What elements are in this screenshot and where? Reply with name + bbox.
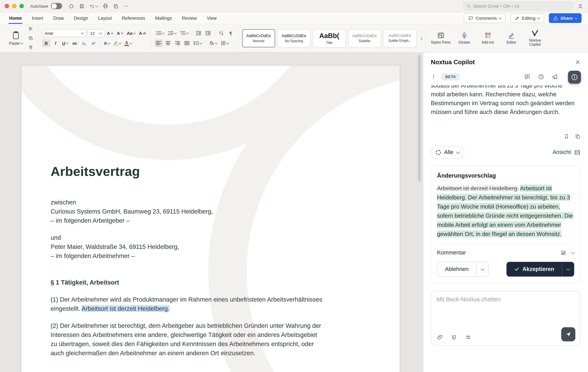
tab-insert[interactable]: Insert <box>27 12 48 24</box>
document-canvas[interactable]: Arbeitsvertrag zwischen Curiosus Systems… <box>0 53 423 372</box>
zoom-window-button[interactable] <box>20 4 24 8</box>
clipboard-icon <box>12 31 20 40</box>
underline-chevron <box>66 41 69 44</box>
decrease-indent-button[interactable] <box>194 29 203 37</box>
paste-button[interactable]: Paste <box>8 26 24 50</box>
reject-options-button[interactable] <box>476 262 489 277</box>
copy-button[interactable] <box>113 3 118 9</box>
search-box[interactable] <box>463 2 573 10</box>
align-left-button[interactable] <box>154 39 163 47</box>
close-panel-button[interactable] <box>575 59 580 65</box>
align-center-button[interactable] <box>164 39 172 47</box>
accept-options-button[interactable] <box>562 262 574 277</box>
undo-button[interactable] <box>89 3 98 9</box>
editing-mode-button[interactable]: Editing <box>510 13 544 23</box>
tab-review[interactable]: Review <box>177 12 202 24</box>
overflow-menu-button[interactable] <box>431 74 436 79</box>
format-painter-button[interactable] <box>26 44 35 52</box>
line-spacing-button[interactable] <box>192 39 203 47</box>
chat-input[interactable] <box>436 296 575 303</box>
show-paragraph-marks-button[interactable]: ¶ <box>226 29 235 37</box>
grow-font-button[interactable]: A <box>106 29 115 37</box>
copy-pages-icon <box>28 36 33 40</box>
multilevel-list-button[interactable] <box>178 29 189 37</box>
highlight-color-button[interactable] <box>112 39 122 47</box>
tab-draw[interactable]: Draw <box>48 12 69 24</box>
text-effects-button[interactable]: A <box>103 39 111 47</box>
send-button[interactable] <box>561 327 575 341</box>
editor-button[interactable]: Editor <box>500 32 523 45</box>
tab-layout[interactable]: Layout <box>93 12 117 24</box>
attach-file-button[interactable] <box>437 334 443 340</box>
justify-button[interactable] <box>183 39 191 47</box>
paragraph-group: ¶ <box>151 26 239 51</box>
style-title[interactable]: AaBb( Title <box>313 29 346 47</box>
subscript-button[interactable]: x₂ <box>80 39 88 47</box>
share-button[interactable]: Share <box>549 13 581 23</box>
tab-view[interactable]: View <box>202 12 222 24</box>
style-subtitle[interactable]: AaBbCcDdEe Subtitle <box>348 29 381 47</box>
bullets-button[interactable] <box>154 29 165 37</box>
change-case-button[interactable]: Aa <box>126 29 136 37</box>
minimize-window-button[interactable] <box>12 4 16 8</box>
save-button[interactable] <box>79 3 84 9</box>
tab-references[interactable]: References <box>117 12 150 24</box>
accept-button[interactable]: Akzeptieren <box>507 262 562 277</box>
bold-button[interactable]: B <box>42 39 50 47</box>
document-page[interactable]: Arbeitsvertrag zwischen Curiosus Systems… <box>21 66 400 372</box>
scissors-icon <box>28 26 33 31</box>
shading-button[interactable] <box>208 39 218 47</box>
filter-dropdown[interactable]: Alle <box>431 146 464 158</box>
font-name-combo[interactable]: Arial <box>42 29 86 37</box>
bookmark-button[interactable] <box>564 134 569 139</box>
numbering-button[interactable] <box>167 29 177 37</box>
strikethrough-button[interactable]: ab <box>71 39 79 47</box>
borders-button[interactable] <box>219 39 230 47</box>
library-button[interactable] <box>451 334 457 340</box>
search-input[interactable] <box>473 4 570 8</box>
scrollbar-thumb[interactable] <box>418 55 421 181</box>
tab-mailings[interactable]: Mailings <box>150 12 177 24</box>
noxtua-copilot-ribbon-button[interactable]: Noxtua Copilot <box>523 30 546 47</box>
copy-message-button[interactable] <box>575 134 580 139</box>
feedback-button[interactable] <box>552 74 558 80</box>
copy-format-button[interactable] <box>26 34 35 42</box>
view-toggle[interactable]: Ansicht <box>553 149 580 155</box>
print-button[interactable] <box>103 3 108 9</box>
style-no-spacing[interactable]: AaBbCcDdEe No Spacing <box>277 29 310 47</box>
home-button[interactable] <box>68 3 74 9</box>
align-right-button[interactable] <box>173 39 181 47</box>
superscript-button[interactable]: x² <box>89 39 98 47</box>
reject-button[interactable]: Ablehnen <box>437 262 476 277</box>
styles-pane-button[interactable]: Styles Pane <box>429 32 452 45</box>
font-size-combo[interactable]: 12 <box>87 29 105 37</box>
tab-design[interactable]: Design <box>69 12 93 24</box>
shrink-font-button[interactable]: A <box>116 29 125 37</box>
comment-section[interactable]: Kommentar <box>437 244 574 256</box>
style-subtle-emphasis[interactable]: AaBbCcDdEe Subtle Emph... <box>383 29 416 47</box>
presence-button[interactable] <box>578 3 583 9</box>
style-normal[interactable]: AaBbCcDdEe Normal <box>242 29 275 47</box>
chat-composer[interactable] <box>431 291 580 346</box>
chat-settings-button[interactable] <box>465 334 471 340</box>
cut-button[interactable] <box>26 25 35 33</box>
increase-indent-button[interactable] <box>204 29 212 37</box>
italic-button[interactable]: I <box>52 39 60 47</box>
document-scrollbar[interactable] <box>418 55 421 370</box>
new-chat-button[interactable] <box>524 74 530 80</box>
history-button[interactable] <box>538 74 544 80</box>
underline-button[interactable]: U <box>61 39 69 47</box>
close-window-button[interactable] <box>5 4 9 8</box>
edit-comment-button[interactable] <box>560 250 566 256</box>
styles-gallery-expand-button[interactable] <box>420 35 422 41</box>
info-button[interactable] <box>568 71 581 84</box>
autosave-toggle[interactable] <box>51 3 62 9</box>
comments-button[interactable]: Comments <box>464 13 506 23</box>
dictate-button[interactable]: Dictate <box>453 32 476 45</box>
sort-button[interactable] <box>217 29 225 37</box>
add-ins-button[interactable]: Add-ins <box>476 32 499 45</box>
font-color-button[interactable]: A <box>123 39 133 47</box>
more-commands-button[interactable] <box>124 3 129 9</box>
clear-formatting-button[interactable]: A <box>138 29 147 37</box>
tab-home[interactable]: Home <box>4 12 27 24</box>
